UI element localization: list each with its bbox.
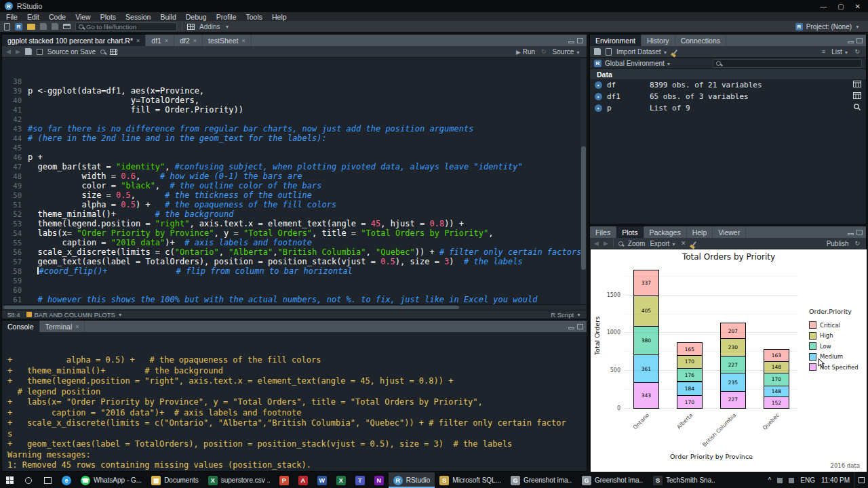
tab-help[interactable]: Help (687, 226, 713, 238)
taskbar-rstudio[interactable]: RRStudio (389, 472, 435, 488)
menu-code[interactable]: Code (44, 13, 71, 21)
env-item-df1[interactable]: ▸df165 obs. of 3 variables (590, 91, 866, 102)
clear-workspace-icon[interactable] (673, 49, 677, 54)
save-workspace-icon[interactable] (594, 48, 601, 55)
taskbar-whatsapp[interactable]: ☎WhatsApp - G... (76, 472, 146, 488)
clear-plots-icon[interactable] (692, 241, 696, 246)
expand-icon[interactable]: ▸ (595, 81, 602, 89)
menu-help[interactable]: Help (267, 13, 292, 21)
menu-edit[interactable]: Edit (22, 13, 44, 21)
environment-scope-selector[interactable]: Global Environment ▼ (605, 60, 671, 67)
tab-history[interactable]: History (642, 35, 675, 46)
source-button[interactable]: Source ▼ (553, 48, 580, 56)
import-dataset-button[interactable]: Import Dataset ▼ (616, 48, 667, 56)
close-icon[interactable]: × (75, 323, 79, 330)
tab-files[interactable]: Files (590, 226, 616, 238)
next-plot-icon[interactable]: ▶ (604, 240, 608, 247)
env-item-df[interactable]: ▸df8399 obs. of 21 variables (590, 79, 866, 91)
view-data-icon[interactable] (853, 81, 861, 89)
taskbar-teams[interactable]: T (351, 472, 370, 488)
task-view-button[interactable] (38, 472, 57, 488)
language-indicator[interactable]: ENG (800, 476, 815, 484)
tab-testsheet[interactable]: testSheet× (203, 35, 252, 46)
code-editor[interactable]: 3839p <-ggplot(data=df1, aes(x=Province,… (2, 58, 587, 304)
minimize-pane-icon[interactable] (568, 41, 574, 43)
taskbar-word[interactable]: W (313, 472, 332, 488)
taskbar-greenshot-1[interactable]: GGreenshot ima... (506, 472, 577, 488)
refresh-icon[interactable]: ↻ (854, 48, 860, 55)
taskbar-techsmith[interactable]: STechSmith Sna... (648, 472, 719, 488)
close-icon[interactable]: × (193, 37, 197, 44)
taskbar-greenshot-2[interactable]: GGreenshot ima... (577, 472, 648, 488)
remove-plot-icon[interactable]: ✕ (681, 240, 686, 247)
zoom-button[interactable]: Zoom (628, 240, 646, 247)
save-icon[interactable] (25, 48, 32, 55)
env-item-p[interactable]: ▸pList of 9 (590, 102, 866, 114)
scrollbar-thumb[interactable] (3, 306, 459, 309)
file-type-menu[interactable]: R Script▼ (551, 311, 581, 319)
environment-search[interactable] (713, 59, 862, 68)
clock[interactable]: 11:40 PM (821, 476, 850, 484)
taskbar-acrobat[interactable]: A (294, 472, 313, 488)
tab-connections[interactable]: Connections (675, 35, 726, 46)
tab-environment[interactable]: Environment (590, 35, 642, 46)
menu-build[interactable]: Build (155, 13, 180, 21)
menu-debug[interactable]: Debug (181, 13, 212, 21)
addins-button[interactable]: Addins (199, 23, 220, 30)
code-tools-icon[interactable] (110, 49, 117, 55)
new-file-icon[interactable] (4, 23, 10, 30)
goto-file-input[interactable] (86, 23, 176, 30)
tab-df2[interactable]: df2× (174, 35, 203, 46)
section-navigator[interactable]: BAR AND COLUMN PLOTS ▼ (26, 311, 123, 319)
menu-session[interactable]: Session (121, 13, 155, 21)
minimize-pane-icon[interactable] (568, 327, 574, 329)
minimize-pane-icon[interactable] (848, 41, 854, 43)
goto-file-search[interactable] (75, 22, 177, 31)
export-button[interactable]: Export ▼ (650, 240, 676, 247)
find-replace-icon[interactable] (100, 49, 105, 54)
tab-terminal[interactable]: Terminal× (40, 321, 85, 332)
refresh-icon[interactable]: ↻ (854, 240, 860, 247)
save-all-icon[interactable] (52, 23, 58, 30)
menu-tools[interactable]: Tools (241, 13, 267, 21)
tab-ggplot-stacked-100-percent-bar-chart-r[interactable]: ggplot stacked 100 percent bar chart.R*× (2, 35, 146, 46)
console-output[interactable]: + alpha = 0.5) + # the opaqueness of the… (2, 332, 587, 471)
source-on-save-checkbox[interactable] (37, 49, 43, 55)
back-icon[interactable]: ◀ (6, 48, 11, 55)
maximize-pane-icon[interactable] (856, 230, 863, 235)
menu-plots[interactable]: Plots (96, 13, 121, 21)
maximize-pane-icon[interactable] (856, 38, 863, 43)
editor-hscrollbar[interactable] (2, 304, 587, 310)
tab-df1[interactable]: df1× (146, 35, 174, 46)
tab-console[interactable]: Console (2, 321, 40, 332)
taskbar-sql-server[interactable]: SMicrosoft SQL... (435, 472, 506, 488)
tray-expand-button[interactable]: ^ (768, 476, 772, 484)
menu-profile[interactable]: Profile (212, 13, 241, 21)
taskbar-excel[interactable]: X (332, 472, 351, 488)
close-icon[interactable]: × (241, 37, 245, 44)
project-menu[interactable]: R Project: (None) ▼ (795, 23, 864, 30)
taskbar-excel-superstore[interactable]: Xsuperstore.csv ... (203, 472, 275, 488)
volume-icon[interactable] (789, 478, 794, 483)
tab-viewer[interactable]: Viewer (713, 226, 746, 238)
close-button[interactable]: ✕ (855, 3, 861, 10)
expand-icon[interactable]: ▸ (595, 104, 602, 112)
action-center-button[interactable] (854, 472, 868, 488)
taskbar-search-button[interactable] (19, 472, 38, 488)
scrollbar-thumb[interactable] (581, 146, 586, 270)
new-project-icon[interactable]: R (15, 23, 22, 30)
inspect-icon[interactable] (853, 103, 861, 113)
print-icon[interactable] (63, 24, 71, 29)
minimize-pane-icon[interactable] (848, 233, 854, 235)
open-file-icon[interactable] (27, 24, 35, 30)
rerun-icon[interactable]: ↻ (541, 48, 547, 55)
save-icon[interactable] (40, 23, 47, 30)
publish-button[interactable]: Publish (827, 240, 849, 247)
taskbar-edge[interactable]: e (57, 472, 76, 488)
tab-plots[interactable]: Plots (616, 226, 644, 238)
editor-vscrollbar[interactable] (580, 58, 587, 304)
list-view-button[interactable]: List ▼ (831, 48, 848, 56)
taskbar-documents[interactable]: ▤Documents (146, 472, 203, 488)
close-icon[interactable]: × (165, 37, 168, 44)
start-button[interactable] (0, 472, 19, 488)
